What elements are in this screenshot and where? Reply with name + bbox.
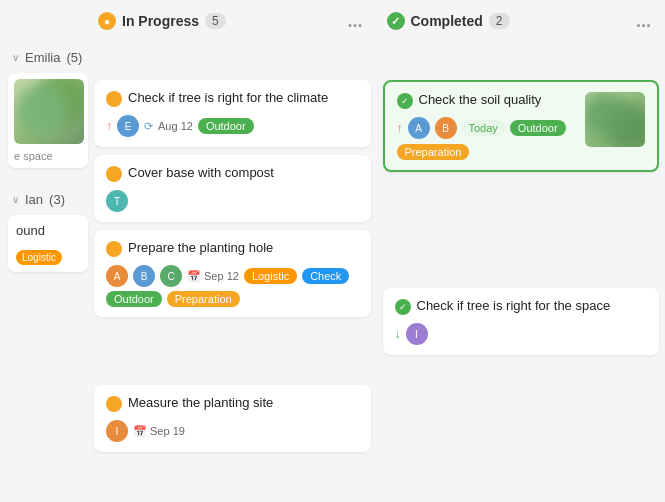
completed-count: 2 bbox=[489, 13, 510, 29]
ian-left-card[interactable]: ound Logistic bbox=[8, 215, 88, 272]
avatar-soil1: A bbox=[408, 117, 430, 139]
avatar-ph2: B bbox=[133, 265, 155, 287]
card-title-tree-space: ✓ Check if tree is right for the space bbox=[395, 298, 648, 315]
date-sep19: 📅 Sep 19 bbox=[133, 425, 185, 438]
in-progress-icon: ● bbox=[98, 12, 116, 30]
avatar-tree-space: I bbox=[406, 323, 428, 345]
card-title-compost: Cover base with compost bbox=[106, 165, 359, 182]
preparation-tag-ph: Preparation bbox=[167, 291, 240, 307]
calendar-icon-measure: 📅 bbox=[133, 425, 147, 438]
completed-icon: ✓ bbox=[387, 12, 405, 30]
ian-left-space: ound bbox=[16, 223, 80, 243]
date-label: Aug 12 bbox=[158, 120, 193, 132]
card-planting-hole[interactable]: Prepare the planting hole A B C 📅 Sep 12… bbox=[94, 230, 371, 317]
ian-chevron[interactable]: ∨ bbox=[12, 194, 19, 205]
avatar-emilia: E bbox=[117, 115, 139, 137]
soil-card-image bbox=[585, 92, 645, 147]
ian-name: Ian bbox=[25, 192, 43, 207]
date-label-sep12: Sep 12 bbox=[204, 270, 239, 282]
card-text-tree-space: Check if tree is right for the space bbox=[417, 298, 611, 313]
emilia-group-spacer-middle bbox=[94, 42, 371, 80]
emilia-group-spacer-right bbox=[383, 42, 660, 80]
card-text-check-climate: Check if tree is right for the climate bbox=[128, 90, 328, 105]
card-tree-space[interactable]: ✓ Check if tree is right for the space ↓… bbox=[383, 288, 660, 355]
ian-group-header: ∨ Ian (3) bbox=[8, 184, 88, 215]
card-soil-inner: ✓ Check the soil quality ↑ A B Today Out… bbox=[397, 92, 646, 160]
status-dot-green: ✓ bbox=[397, 93, 413, 109]
completed-label: Completed bbox=[411, 13, 483, 29]
status-dot-yellow bbox=[106, 91, 122, 107]
date-aug12: Aug 12 bbox=[158, 120, 193, 132]
card-soil-quality[interactable]: ✓ Check the soil quality ↑ A B Today Out… bbox=[383, 80, 660, 172]
outdoor-tag: Outdoor bbox=[198, 118, 254, 134]
emilia-left-image bbox=[14, 79, 84, 144]
card-check-climate[interactable]: Check if tree is right for the climate ↑… bbox=[94, 80, 371, 147]
preparation-tag-soil: Preparation bbox=[397, 144, 470, 160]
card-title-check-climate: Check if tree is right for the climate bbox=[106, 90, 359, 107]
in-progress-menu[interactable]: ... bbox=[343, 10, 366, 32]
date-label-sep19: Sep 19 bbox=[150, 425, 185, 437]
in-progress-column: Check if tree is right for the climate ↑… bbox=[88, 42, 377, 502]
avatar-ph1: A bbox=[106, 265, 128, 287]
card-text-measure: Measure the planting site bbox=[128, 395, 273, 410]
column-headers: ● In Progress 5 ... ✓ Completed 2 ... bbox=[0, 0, 665, 42]
card-meta-measure: I 📅 Sep 19 bbox=[106, 420, 359, 442]
card-text-soil: Check the soil quality bbox=[419, 92, 542, 107]
avatar-soil2: B bbox=[435, 117, 457, 139]
card-meta-compost: T bbox=[106, 190, 359, 212]
card-text-compost: Cover base with compost bbox=[128, 165, 274, 180]
plant-image bbox=[14, 79, 84, 144]
in-progress-header: ● In Progress 5 ... bbox=[88, 0, 377, 42]
board: ● In Progress 5 ... ✓ Completed 2 ... bbox=[0, 0, 665, 502]
calendar-icon-ph: 📅 bbox=[187, 270, 201, 283]
ian-count: (3) bbox=[49, 192, 65, 207]
check-tag-ph: Check bbox=[302, 268, 349, 284]
completed-column: ✓ Check the soil quality ↑ A B Today Out… bbox=[377, 42, 666, 502]
card-title-measure: Measure the planting site bbox=[106, 395, 359, 412]
emilia-name: Emilia bbox=[25, 50, 60, 65]
sync-icon: ⟳ bbox=[144, 120, 153, 133]
ian-logistic-tag: Logistic bbox=[16, 250, 62, 265]
left-column: ∨ Emilia (5) e space ∨ Ian (3) ound Logi… bbox=[0, 42, 88, 502]
in-progress-count: 5 bbox=[205, 13, 226, 29]
priority-down-tree: ↓ bbox=[395, 327, 401, 341]
card-title-soil: ✓ Check the soil quality bbox=[397, 92, 578, 109]
priority-up-soil: ↑ bbox=[397, 121, 403, 135]
emilia-chevron[interactable]: ∨ bbox=[12, 52, 19, 63]
emilia-group-header: ∨ Emilia (5) bbox=[8, 42, 88, 73]
ian-spacer-middle bbox=[94, 325, 371, 385]
soil-image-content bbox=[585, 92, 645, 147]
avatar-ph3: C bbox=[160, 265, 182, 287]
emilia-count: (5) bbox=[66, 50, 82, 65]
status-dot-measure bbox=[106, 396, 122, 412]
card-meta-check-climate: ↑ E ⟳ Aug 12 Outdoor bbox=[106, 115, 359, 137]
card-cover-compost[interactable]: Cover base with compost T bbox=[94, 155, 371, 222]
card-tags-row2-ph: Outdoor Preparation bbox=[106, 291, 359, 307]
card-meta-planting-hole: A B C 📅 Sep 12 Logistic Check bbox=[106, 265, 359, 287]
emilia-left-card[interactable]: e space bbox=[8, 73, 88, 168]
card-tags-soil-row2: Preparation bbox=[397, 144, 578, 160]
card-measure-site[interactable]: Measure the planting site I 📅 Sep 19 bbox=[94, 385, 371, 452]
status-dot-yellow-2 bbox=[106, 166, 122, 182]
card-meta-soil: ↑ A B Today Outdoor bbox=[397, 117, 578, 139]
completed-header: ✓ Completed 2 ... bbox=[377, 0, 666, 42]
status-dot-tree-space: ✓ bbox=[395, 299, 411, 315]
avatar-compost: T bbox=[106, 190, 128, 212]
status-dot-yellow-3 bbox=[106, 241, 122, 257]
board-content: ∨ Emilia (5) e space ∨ Ian (3) ound Logi… bbox=[0, 42, 665, 502]
card-soil-content: ✓ Check the soil quality ↑ A B Today Out… bbox=[397, 92, 578, 160]
emilia-left-space-label: e space bbox=[14, 150, 82, 162]
card-title-planting-hole: Prepare the planting hole bbox=[106, 240, 359, 257]
date-today: Today bbox=[462, 120, 505, 136]
in-progress-label: In Progress bbox=[122, 13, 199, 29]
card-text-planting-hole: Prepare the planting hole bbox=[128, 240, 273, 255]
ian-spacer-right bbox=[383, 180, 660, 288]
avatar-measure: I bbox=[106, 420, 128, 442]
logistic-tag-ph: Logistic bbox=[244, 268, 297, 284]
outdoor-tag-soil: Outdoor bbox=[510, 120, 566, 136]
date-sep12: 📅 Sep 12 bbox=[187, 270, 239, 283]
card-meta-tree-space: ↓ I bbox=[395, 323, 648, 345]
priority-up-icon: ↑ bbox=[106, 119, 112, 133]
completed-menu[interactable]: ... bbox=[632, 10, 655, 32]
outdoor-tag-ph: Outdoor bbox=[106, 291, 162, 307]
